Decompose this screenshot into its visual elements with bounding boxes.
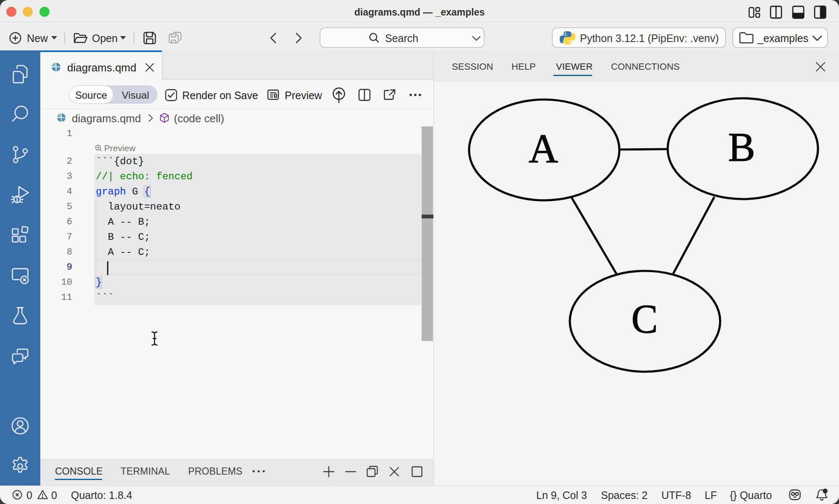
svg-text:C: C xyxy=(632,297,658,341)
svg-text:A: A xyxy=(529,126,558,171)
svg-text:B: B xyxy=(728,125,755,170)
